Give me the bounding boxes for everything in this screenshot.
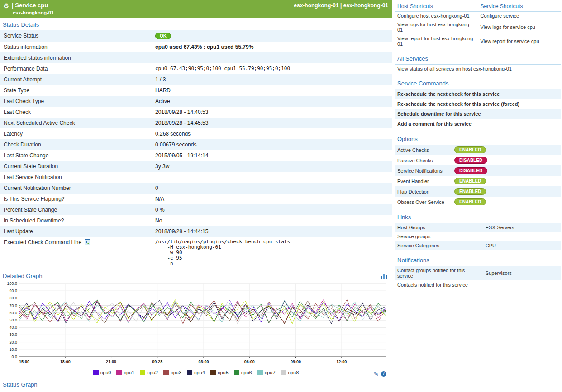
bar-chart-icon[interactable] — [381, 273, 387, 279]
notifications-heading: Notifications — [395, 254, 561, 266]
status-label: Current Notification Number — [0, 183, 152, 194]
option-label-event-handler[interactable]: Event Handler — [395, 176, 452, 186]
svg-text:40.0: 40.0 — [9, 325, 17, 330]
option-label-flap-detection[interactable]: Flap Detection — [395, 186, 452, 197]
service-status-badge: OK — [155, 33, 171, 39]
page-title: | Service cpu — [12, 2, 48, 9]
service-commands-heading: Service Commands — [395, 77, 561, 89]
table-row: Host Shortcuts Service Shortcuts — [395, 1, 561, 12]
status-label: State Type — [0, 85, 152, 96]
table-row: Performance Data cpu0=67.43;90;95;0;100 … — [0, 63, 392, 74]
status-value: Active — [152, 96, 392, 107]
table-row: Contact groups notified for this service… — [395, 266, 561, 280]
option-badge[interactable]: DISABLED — [454, 167, 487, 174]
legend-item-cpu5: cpu5 — [210, 370, 229, 375]
legend-swatch-cpu3 — [163, 370, 169, 375]
status-label: Last Check Type — [0, 96, 152, 107]
command-schedule-downtime[interactable]: Schedule downtime for this service — [395, 109, 561, 119]
service-categories-label: Service Categories — [395, 241, 480, 250]
option-badge[interactable]: ENABLED — [454, 178, 486, 184]
host-groups-value[interactable]: - ESX-Servers — [480, 223, 561, 232]
shortcut-service-report[interactable]: View report for service cpu — [478, 34, 561, 48]
table-row: View report for host esx-hongkong-01 Vie… — [395, 34, 561, 48]
legend-item-cpu2: cpu2 — [140, 370, 158, 375]
legend-item-cpu6: cpu6 — [234, 370, 252, 375]
legend-swatch-cpu0 — [93, 370, 99, 375]
option-label-active-checks[interactable]: Active Checks — [395, 145, 452, 155]
table-row: Percent State Change 0 % — [0, 204, 392, 215]
table-row: Next Scheduled Active Check 2018/09/28 -… — [0, 118, 392, 128]
status-label: In Scheduled Downtime? — [0, 215, 152, 226]
service-groups-label: Service groups — [395, 232, 480, 241]
header-host-links[interactable]: esx-hongkong-01 | esx-hongkong-01 — [294, 2, 388, 9]
service-shortcuts-heading: Service Shortcuts — [478, 1, 561, 12]
status-label: Percent State Change — [0, 204, 152, 215]
contacts-notified-value — [480, 280, 561, 289]
status-label: Check Duration — [0, 139, 152, 150]
table-row: Status information cpu0 used 67.43% : cp… — [0, 42, 392, 52]
legend-item-cpu8: cpu8 — [281, 370, 299, 375]
links-heading: Links — [395, 211, 561, 223]
table-row: Flap Detection ENABLED — [395, 186, 561, 197]
legend-item-cpu1: cpu1 — [116, 370, 134, 375]
service-header: ⚙ | Service cpu esx-hongkong-01 esx-hong… — [0, 0, 392, 18]
left-pane: ⚙ | Service cpu esx-hongkong-01 esx-hong… — [0, 0, 392, 392]
command-icon[interactable] — [85, 239, 90, 245]
edit-graph-icon[interactable]: ✎ — [373, 370, 379, 378]
status-value: 2018/09/28 - 14:40:53 — [152, 107, 392, 118]
shortcut-configure-host[interactable]: Configure host esx-hongkong-01 — [395, 12, 478, 20]
legend-swatch-cpu8 — [281, 370, 286, 375]
status-label: Extended status information — [0, 52, 152, 63]
table-row: Last Update 2018/09/28 - 14:44:15 — [0, 226, 392, 237]
table-row: Contacts notified for this service — [395, 280, 561, 289]
table-row: Last Service Notification — [0, 172, 392, 183]
all-services-link[interactable]: View status of all services on host esx-… — [395, 65, 561, 73]
shortcut-host-report[interactable]: View report for host esx-hongkong-01 — [395, 34, 478, 48]
status-value: 0.268 seconds — [152, 128, 392, 139]
svg-text:03:00: 03:00 — [198, 359, 209, 364]
all-services-table: View status of all services on host esx-… — [395, 64, 561, 73]
detailed-graph-header: Detailed Graph — [0, 269, 392, 281]
table-row: Last Check 2018/09/28 - 14:40:53 — [0, 107, 392, 118]
option-label-obsess-over-service[interactable]: Obsess Over Service — [395, 197, 452, 207]
gear-icon[interactable]: ⚙ — [3, 2, 9, 10]
command-reschedule[interactable]: Re-schedule the next check for this serv… — [395, 89, 561, 99]
svg-text:10.0: 10.0 — [9, 347, 17, 352]
option-badge[interactable]: ENABLED — [454, 146, 486, 153]
shortcut-configure-service[interactable]: Configure service — [478, 12, 561, 20]
legend-item-cpu3: cpu3 — [163, 370, 181, 375]
host-name-link[interactable]: esx-hongkong-01 — [13, 10, 54, 15]
option-badge[interactable]: ENABLED — [454, 198, 486, 205]
status-label: Is This Service Flapping? — [0, 194, 152, 204]
command-add-comment[interactable]: Add a comment for this service — [395, 119, 561, 129]
legend-label: cpu3 — [171, 370, 181, 375]
option-label-passive-checks[interactable]: Passive Checks — [395, 155, 452, 165]
legend-item-cpu0: cpu0 — [93, 370, 111, 375]
command-reschedule-forced[interactable]: Re-schedule the next check for this serv… — [395, 99, 561, 109]
option-badge[interactable]: ENABLED — [454, 188, 486, 195]
notifications-table: Contact groups notified for this service… — [395, 266, 561, 289]
table-row: Event Handler ENABLED — [395, 176, 561, 186]
legend-label: cpu2 — [147, 370, 158, 375]
status-value — [152, 52, 392, 63]
contact-groups-value[interactable]: - Supervisors — [480, 266, 561, 280]
table-row: Last State Change 2015/09/05 - 19:14:14 — [0, 150, 392, 161]
status-graph-heading: Status Graph — [0, 378, 392, 390]
svg-text:06:00: 06:00 — [244, 359, 255, 364]
svg-text:12:00: 12:00 — [336, 359, 347, 364]
shortcut-service-logs[interactable]: View logs for service cpu — [478, 20, 561, 34]
option-badge[interactable]: DISABLED — [454, 157, 487, 164]
legend-label: cpu5 — [218, 370, 229, 375]
legend-label: cpu8 — [288, 370, 299, 375]
option-label-service-notifications[interactable]: Service Notifications — [395, 165, 452, 176]
service-categories-value[interactable]: - CPU — [480, 241, 561, 250]
status-label: Last Update — [0, 226, 152, 237]
performance-data-value: cpu0=67.43;90;95;0;100 cpu1=55.79;90;95;… — [152, 63, 392, 74]
contact-groups-label: Contact groups notified for this service — [395, 266, 480, 280]
info-icon[interactable]: i — [381, 371, 386, 377]
svg-text:09-28: 09-28 — [152, 359, 162, 364]
legend-swatch-cpu7 — [257, 370, 263, 375]
status-value — [152, 172, 392, 183]
status-label: Latency — [0, 128, 152, 139]
shortcut-host-logs[interactable]: View logs for host esx-hongkong-01 — [395, 20, 478, 34]
